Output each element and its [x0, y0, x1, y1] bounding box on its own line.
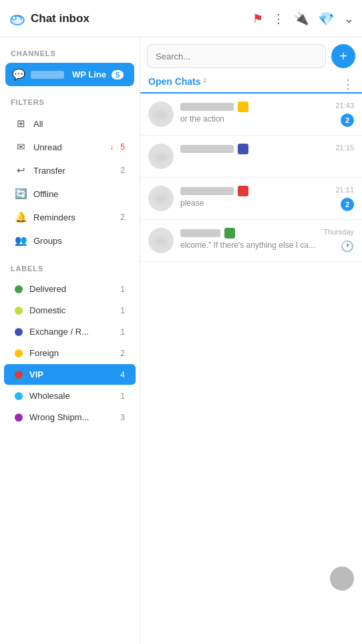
avatar: ●●	[148, 228, 174, 253]
filter-transfer-label: Transfer	[33, 166, 114, 176]
exchange-dot	[15, 328, 23, 336]
label-foreign[interactable]: Foreign 2	[4, 343, 136, 363]
filter-all[interactable]: ⊞ All	[4, 112, 136, 135]
foreign-dot	[15, 349, 23, 357]
sidebar: CHANNELS 💬 WP Line 5 FILTERS ⊞ All ✉ Unr…	[0, 37, 140, 644]
filter-unread-label: Unread	[33, 142, 102, 152]
search-input[interactable]	[147, 44, 326, 68]
wrong-shipment-dot	[15, 414, 23, 422]
chat-info: or the action	[180, 102, 329, 124]
label-delivered-count: 1	[120, 285, 125, 294]
gem-icon[interactable]: 💎	[318, 11, 335, 27]
chat-info	[180, 144, 329, 156]
chat-name-blurred	[180, 103, 234, 111]
label-delivered-name: Delivered	[29, 284, 114, 294]
chat-time: 21:15	[335, 144, 354, 152]
all-icon: ⊞	[15, 118, 27, 130]
label-exchange[interactable]: Exchange / R... 1	[4, 321, 136, 342]
filter-groups[interactable]: 👥 Groups	[4, 229, 136, 252]
chat-name-blurred	[180, 145, 234, 153]
chat-time: 21:11	[335, 186, 354, 194]
flag-icon[interactable]: ⚑	[252, 11, 263, 26]
label-vip[interactable]: VIP 4	[4, 364, 136, 385]
chat-list: ●● or the action 21:43 2 ●●	[140, 94, 362, 644]
scroll-indicator	[330, 567, 354, 591]
domestic-dot	[15, 307, 23, 315]
chat-time: Thursday	[323, 228, 354, 236]
avatar: ●●	[148, 186, 174, 211]
label-wholesale[interactable]: Wholesale 1	[4, 385, 136, 406]
filter-offline[interactable]: 🔄 Offline	[4, 182, 136, 205]
unread-arrow-icon: ↓	[110, 142, 114, 152]
label-foreign-name: Foreign	[29, 348, 114, 358]
chat-time: 21:43	[335, 102, 354, 110]
clock-icon: 🕐	[341, 240, 354, 253]
groups-icon: 👥	[15, 234, 27, 247]
filter-reminders[interactable]: 🔔 Reminders 2	[4, 206, 136, 228]
filter-unread[interactable]: ✉ Unread ↓ 5	[4, 136, 136, 158]
delivered-dot	[15, 285, 23, 293]
chevron-down-icon[interactable]: ⌄	[344, 11, 354, 26]
chat-info: elcome." If there's anything else I ca..…	[180, 228, 317, 250]
header: Chat inbox ⚑ ⋮ 🔌 💎 ⌄	[0, 0, 362, 37]
main-content: + Open Chats 2 ⋮ ●●	[140, 37, 362, 644]
channel-name-blurred	[31, 71, 64, 79]
chat-tag-yellow	[238, 102, 248, 112]
filter-reminders-count: 2	[120, 212, 125, 222]
search-bar-area: +	[140, 37, 362, 72]
table-row[interactable]: ●● or the action 21:43 2	[140, 94, 362, 136]
chat-tag-green	[224, 228, 235, 238]
chat-meta: 21:11 2	[335, 186, 354, 211]
whatsapp-icon: 💬	[12, 68, 25, 81]
chat-tag-red	[238, 186, 248, 196]
label-exchange-count: 1	[120, 327, 125, 337]
chats-header: Open Chats 2 ⋮	[140, 72, 362, 94]
chat-message: please	[180, 198, 329, 208]
chat-name-blurred	[180, 187, 234, 195]
vip-dot	[15, 371, 23, 379]
label-domestic-name: Domestic	[29, 305, 114, 315]
transfer-icon: ↩	[15, 164, 27, 176]
label-vip-count: 4	[120, 370, 125, 379]
chats-menu-icon[interactable]: ⋮	[342, 77, 354, 92]
chat-info: please	[180, 186, 329, 208]
add-button[interactable]: +	[331, 44, 355, 68]
table-row[interactable]: ●● 21:15	[140, 136, 362, 178]
label-wrong-shipment-count: 3	[120, 413, 125, 422]
filter-transfer[interactable]: ↩ Transfer 2	[4, 159, 136, 182]
filter-groups-label: Groups	[33, 236, 125, 246]
chat-name-row	[180, 102, 329, 112]
label-delivered[interactable]: Delivered 1	[4, 279, 136, 299]
table-row[interactable]: ●● please 21:11 2	[140, 178, 362, 220]
wholesale-dot	[15, 392, 23, 400]
chat-tag-blue	[238, 144, 248, 154]
reminders-icon: 🔔	[15, 211, 27, 223]
header-title: Chat inbox	[31, 12, 89, 25]
filter-all-label: All	[33, 119, 125, 129]
chat-name-row	[180, 228, 317, 238]
layout: CHANNELS 💬 WP Line 5 FILTERS ⊞ All ✉ Unr…	[0, 37, 362, 644]
chat-meta: Thursday 🕐	[323, 228, 354, 253]
plugin-icon[interactable]: 🔌	[294, 11, 309, 26]
svg-point-1	[12, 16, 16, 20]
label-exchange-name: Exchange / R...	[29, 327, 114, 337]
header-logo: Chat inbox	[8, 9, 89, 28]
label-wrong-shipment[interactable]: Wrong Shipm... 3	[4, 407, 136, 428]
more-options-icon[interactable]: ⋮	[273, 11, 285, 26]
label-foreign-count: 2	[120, 349, 125, 358]
label-vip-name: VIP	[29, 369, 114, 379]
table-row[interactable]: ●● elcome." If there's anything else I c…	[140, 220, 362, 262]
avatar: ●●	[148, 102, 174, 127]
label-wholesale-count: 1	[120, 391, 125, 401]
chat-message: elcome." If there's anything else I ca..…	[180, 240, 317, 250]
channel-wp-line[interactable]: 💬 WP Line 5	[5, 63, 134, 86]
chat-meta: 21:15	[335, 144, 354, 152]
open-chats-tab[interactable]: Open Chats 2	[148, 76, 207, 94]
label-domestic-count: 1	[120, 306, 125, 315]
chat-unread-badge: 2	[341, 114, 354, 127]
filter-offline-label: Offline	[33, 189, 125, 199]
filter-reminders-label: Reminders	[33, 212, 114, 222]
label-domestic[interactable]: Domestic 1	[4, 300, 136, 321]
chat-name-row	[180, 144, 329, 154]
channels-section-label: CHANNELS	[0, 37, 140, 63]
